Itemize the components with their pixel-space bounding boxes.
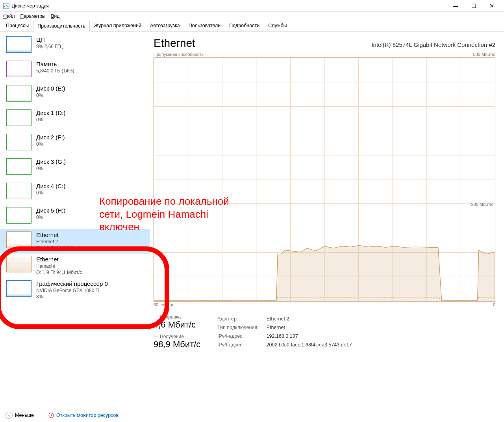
device-name: Intel(R) 82574L Gigabit Network Connecti… — [371, 41, 495, 48]
tab-services[interactable]: Службы — [264, 20, 291, 31]
disk-thumb-icon — [6, 85, 32, 102]
disk-thumb-icon — [6, 134, 32, 150]
disk-thumb-icon — [6, 207, 32, 224]
adapter-info-table: Адаптер:Ethernet 2 Тип подключения:Ether… — [217, 314, 353, 350]
sidebar-item-ethernet-hamachi[interactable]: Ethernet Hamachi О: 1,9 П: 94,1 Мбит/с — [0, 254, 150, 278]
sidebar-item-title: Диск 0 (E:) — [36, 85, 65, 92]
adapter-value: Ethernet 2 — [267, 315, 352, 323]
chart-label-top-right: 500 Мбит/с — [473, 52, 495, 57]
sidebar-item-disk-0[interactable]: Диск 0 (E:) 0% — [0, 83, 150, 107]
ipv6-label: IPv6-адрес: — [217, 341, 266, 349]
sidebar-item-sub: Ethernet 2 — [36, 239, 82, 244]
footer: ⌄ Меньше Открыть монитор ресурсов — [0, 408, 504, 422]
sidebar-item-title: Диск 5 (H:) — [36, 207, 65, 214]
tab-users[interactable]: Пользователи — [184, 20, 225, 31]
open-resource-monitor-link[interactable]: Открыть монитор ресурсов — [48, 413, 119, 418]
menu-params[interactable]: Параметры — [20, 13, 46, 19]
sidebar-item-sub: 0% — [36, 141, 65, 147]
gridline-label: 200 Мбит/с — [471, 202, 493, 207]
cpu-thumb-icon — [6, 36, 32, 53]
app-icon — [3, 3, 9, 9]
menu-file[interactable]: Файл — [3, 13, 15, 19]
titlebar: Диспетчер задач — ☐ ✕ — [0, 0, 504, 12]
tabbar: Процессы Производительность Журнал прило… — [0, 20, 504, 31]
disk-thumb-icon — [6, 109, 32, 126]
resource-monitor-icon — [48, 413, 54, 418]
sidebar-item-sub: 0% — [36, 93, 65, 98]
menubar: Файл Параметры Вид — [0, 12, 504, 20]
window-title: Диспетчер задач — [12, 3, 447, 9]
chevron-down-icon: ⌄ — [6, 412, 13, 419]
chart-label-bottom-left: 60 секунд — [154, 302, 173, 307]
sidebar-item-sub: NVIDIA GeForce GTX 1080 Ti — [36, 288, 108, 293]
recv-label: Получение — [154, 334, 205, 339]
disk-thumb-icon — [6, 158, 32, 175]
menu-view[interactable]: Вид — [51, 13, 59, 19]
send-label: Отправка — [154, 314, 205, 320]
tab-processes[interactable]: Процессы — [2, 20, 33, 31]
page-title: Ethernet — [154, 37, 195, 50]
sidebar-item-sub2: О: 1,9 П: 94,1 Мбит/с — [36, 270, 82, 275]
sidebar-item-title: Диск 2 (F:) — [36, 134, 65, 141]
sidebar-item-disk-5[interactable]: Диск 5 (H:) 0% — [0, 205, 150, 229]
sidebar-item-ethernet-2[interactable]: Ethernet Ethernet 2 О: 4,6 П: 98,9 Мбит/… — [0, 229, 150, 254]
throughput-chart[interactable]: 200 Мбит/с — [154, 57, 495, 302]
sidebar-item-sub: 0% — [36, 190, 65, 196]
sidebar-item-title: ЦП — [36, 36, 63, 43]
sidebar-item-gpu-0[interactable]: Графический процессор 0 NVIDIA GeForce G… — [0, 278, 150, 302]
tab-app-history[interactable]: Журнал приложений — [90, 20, 146, 31]
chart-label-bottom-right: 0 — [493, 302, 495, 307]
sidebar-item-title: Ethernet — [36, 256, 82, 263]
send-value: 4,6 Мбит/с — [154, 320, 205, 330]
ipv4-value: 192.168.0.107 — [267, 332, 352, 340]
memory-thumb-icon — [6, 61, 32, 77]
sidebar-item-sub: 8% 2,66 ГГц — [36, 44, 63, 49]
sidebar-item-cpu[interactable]: ЦП 8% 2,66 ГГц — [0, 34, 150, 58]
sidebar-item-title: Память — [36, 61, 74, 67]
tab-startup[interactable]: Автозагрузка — [146, 20, 184, 31]
sidebar-item-disk-3[interactable]: Диск 3 (G:) 0% — [0, 156, 150, 180]
tab-details[interactable]: Подробности — [225, 20, 264, 31]
ipv6-value: 2002:b0c0:faec:1:68f4:cea3:5743:de17 — [267, 341, 352, 349]
ipv4-label: IPv4-адрес: — [217, 332, 266, 340]
sidebar-item-title: Диск 3 (G:) — [36, 158, 66, 165]
sidebar-item-disk-1[interactable]: Диск 1 (D:) 0% — [0, 107, 150, 131]
recv-value: 98,9 Мбит/с — [154, 339, 205, 350]
network-thumb-icon — [6, 256, 32, 272]
network-thumb-icon — [6, 231, 32, 248]
chart-label-top-left: Пропускная способность — [154, 52, 204, 57]
main-panel: Ethernet Intel(R) 82574L Gigabit Network… — [150, 31, 504, 408]
tab-performance[interactable]: Производительность — [33, 21, 89, 31]
maximize-button[interactable]: ☐ — [465, 0, 483, 12]
conn-type-label: Тип подключения: — [217, 324, 266, 331]
minimize-button[interactable]: — — [447, 0, 465, 12]
sidebar-item-title: Диск 4 (C:) — [36, 183, 65, 189]
fewer-details-button[interactable]: ⌄ Меньше — [6, 412, 34, 419]
sidebar-item-disk-2[interactable]: Диск 2 (F:) 0% — [0, 131, 150, 156]
divider — [41, 412, 41, 419]
sidebar-item-sub: 5,8/40,0 ГБ (14%) — [36, 68, 74, 74]
close-button[interactable]: ✕ — [483, 0, 501, 12]
adapter-label: Адаптер: — [217, 315, 266, 323]
sidebar-item-sub: 0% — [36, 215, 65, 220]
gpu-thumb-icon — [6, 280, 32, 297]
sidebar-item-title: Диск 1 (D:) — [36, 109, 65, 116]
sidebar-item-sub: 0% — [36, 166, 66, 171]
sidebar-item-title: Графический процессор 0 — [36, 280, 108, 287]
sidebar-item-memory[interactable]: Память 5,8/40,0 ГБ (14%) — [0, 58, 150, 83]
disk-thumb-icon — [6, 183, 32, 199]
sidebar-item-sub2: 8% — [36, 294, 108, 300]
sidebar-item-disk-4[interactable]: Диск 4 (C:) 0% — [0, 180, 150, 205]
sidebar-item-sub2: О: 4,6 П: 98,9 Мбит/с — [36, 245, 82, 251]
sidebar: ЦП 8% 2,66 ГГц Память 5,8/40,0 ГБ (14%) … — [0, 31, 150, 408]
conn-type-value: Ethernet — [267, 324, 352, 331]
sidebar-item-title: Ethernet — [36, 231, 82, 238]
sidebar-item-sub: Hamachi — [36, 263, 82, 269]
sidebar-item-sub: 0% — [36, 117, 65, 122]
